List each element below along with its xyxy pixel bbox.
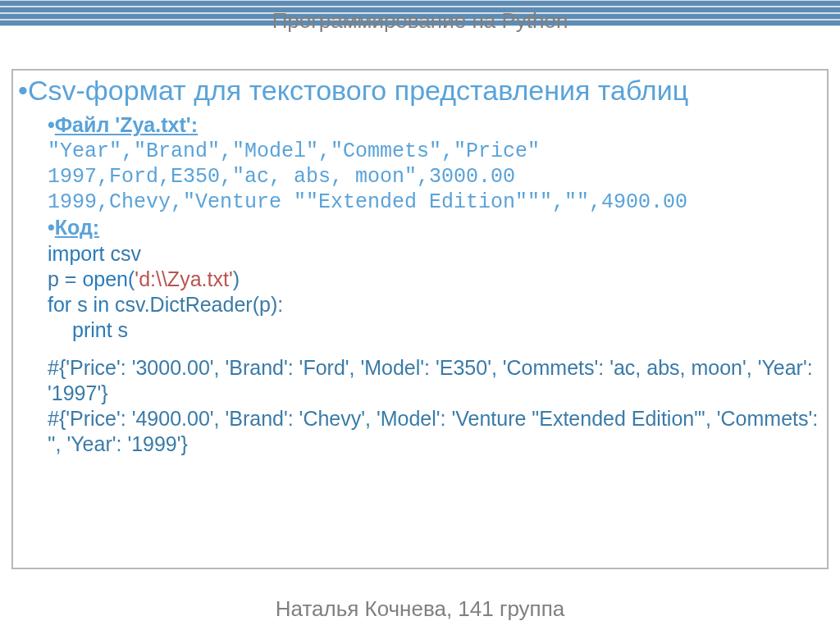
file-label-text: Файл 'Zya.txt': xyxy=(55,113,198,136)
file-label: •Файл 'Zya.txt': xyxy=(48,113,198,136)
print-arg: s xyxy=(112,318,128,341)
main-title-text: Csv-формат для текстового представления … xyxy=(28,75,688,106)
slide-frame: •Csv-формат для текстового представления… xyxy=(11,69,829,569)
csv-line-3: 1999,Chevy,"Venture ""Extended Edition""… xyxy=(48,189,822,215)
code-label: •Код: xyxy=(48,216,99,239)
var-s: s xyxy=(71,293,93,316)
kw-print: print xyxy=(72,318,112,341)
code-label-row: •Код: xyxy=(48,215,822,240)
content-block: •Файл 'Zya.txt': "Year","Brand","Model",… xyxy=(18,112,822,457)
kw-import: import xyxy=(48,242,104,265)
kw-in: in xyxy=(94,293,109,316)
bullet-icon: • xyxy=(18,75,28,106)
spacer xyxy=(48,344,822,355)
csv-line-1: "Year","Brand","Model","Commets","Price" xyxy=(48,139,822,164)
close-paren: ) xyxy=(233,267,240,290)
csv-module: csv xyxy=(104,242,140,265)
code-line-3: for s in csv.DictReader(p): xyxy=(48,292,822,317)
top-stripe xyxy=(0,0,840,7)
code-label-text: Код: xyxy=(55,216,99,239)
assign-p: p = xyxy=(48,267,82,290)
dictreader-call: csv.DictReader(p): xyxy=(109,293,283,316)
file-label-row: •Файл 'Zya.txt': xyxy=(48,112,822,138)
output-line-1: #{'Price': '3000.00', 'Brand': 'Ford', '… xyxy=(48,355,822,407)
header-title: Программирование на Python xyxy=(0,8,840,34)
code-line-2: p = open('d:\\Zya.txt') xyxy=(48,267,822,292)
str-path: 'd:\\Zya.txt' xyxy=(135,267,232,290)
func-open: open( xyxy=(82,267,135,290)
output-line-2: #{'Price': '4900.00', 'Brand': 'Chevy', … xyxy=(48,406,822,458)
kw-for: for xyxy=(48,293,71,316)
code-line-4: print s xyxy=(48,317,822,343)
csv-line-2: 1997,Ford,E350,"ac, abs, moon",3000.00 xyxy=(48,164,822,189)
main-title: •Csv-формат для текстового представления… xyxy=(18,75,822,106)
footer-title: Наталья Кочнева, 141 группа xyxy=(0,596,840,622)
code-line-1: import csv xyxy=(48,241,822,267)
